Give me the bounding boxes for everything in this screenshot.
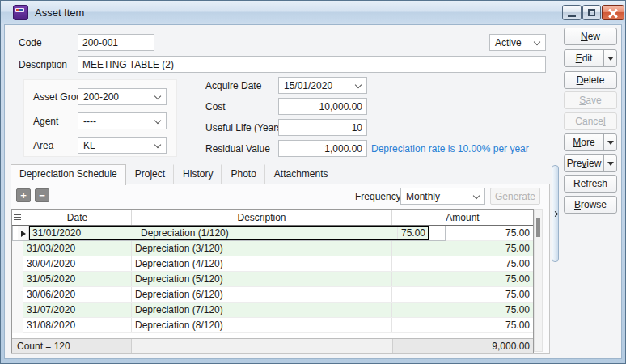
code-input[interactable]: 200-001: [78, 34, 154, 51]
table-rows: 31/01/2020 Depreciation (1/120) 75.00 29…: [12, 226, 533, 338]
cell-amount[interactable]: 75.00: [392, 241, 533, 256]
cell-amount[interactable]: 75.00: [392, 272, 533, 286]
current-row-arrow-icon: [21, 231, 26, 237]
description-label: Description: [19, 59, 67, 70]
useful-life-label: Useful Life (Years): [205, 122, 285, 133]
acquire-date-label: Acquire Date: [205, 80, 261, 91]
chevron-right-icon: [552, 211, 558, 217]
column-header-amount[interactable]: Amount: [392, 210, 533, 225]
cell-date[interactable]: 31/03/2020: [23, 241, 132, 256]
asset-item-window: Asset Item Code 200-001 Active Descripti…: [0, 0, 626, 364]
residual-value-input[interactable]: 1,000.00: [278, 140, 367, 157]
agent-select[interactable]: ----: [78, 112, 167, 129]
table-row[interactable]: 30/06/2020 Depreciation (6/120) 75.00: [12, 287, 533, 303]
cell-description[interactable]: Depreciation (5/120): [132, 272, 392, 286]
table-row[interactable]: 31/08/2020 Depreciation (8/120) 75.00: [12, 318, 533, 333]
useful-life-input[interactable]: 10: [278, 119, 367, 136]
more-dropdown-button[interactable]: [603, 134, 616, 150]
table-header-row: Date Description Amount: [12, 210, 533, 226]
column-header-description[interactable]: Description: [132, 210, 392, 225]
acquire-date-select[interactable]: 15/01/2020: [278, 77, 367, 94]
chevron-down-icon: [154, 93, 161, 99]
column-header-date[interactable]: Date: [23, 210, 132, 225]
grid-options-icon[interactable]: [12, 210, 23, 225]
cell-date[interactable]: 31/07/2020: [23, 303, 132, 317]
close-button[interactable]: [602, 5, 624, 20]
area-label: Area: [33, 140, 53, 151]
cell-date[interactable]: 31/05/2020: [23, 272, 132, 286]
save-button[interactable]: Save: [564, 91, 617, 109]
asset-group-select[interactable]: 200-200: [78, 88, 167, 105]
more-button[interactable]: More: [564, 133, 617, 151]
delete-button[interactable]: Delete: [564, 71, 617, 89]
maximize-button[interactable]: [582, 5, 601, 20]
dialog-body: Code 200-001 Active Description MEETING …: [4, 24, 622, 359]
chevron-down-icon: [473, 193, 480, 199]
tab-strip: Depreciation Schedule Project History Ph…: [11, 166, 337, 184]
cell-amount[interactable]: 75.00: [392, 256, 533, 271]
dropdown-arrow-icon: [607, 141, 614, 145]
cell-description[interactable]: Depreciation (3/120): [132, 241, 392, 256]
cell-date[interactable]: 30/06/2020: [23, 287, 132, 302]
cost-label: Cost: [205, 101, 226, 112]
cell-amount[interactable]: 75.00: [392, 303, 533, 317]
table-row[interactable]: 31/05/2020 Depreciation (5/120) 75.00: [12, 272, 533, 287]
cell-amount[interactable]: 75.00: [392, 318, 533, 332]
remove-row-button[interactable]: −: [35, 188, 49, 202]
cell-description[interactable]: Depreciation (8/120): [132, 318, 392, 332]
edit-button[interactable]: Edit: [564, 49, 617, 67]
window-title: Asset Item: [35, 6, 84, 19]
panel-expander[interactable]: [552, 165, 559, 262]
area-select[interactable]: KL: [78, 137, 167, 154]
new-button[interactable]: New: [564, 28, 617, 45]
description-input[interactable]: MEETING TABLE (2): [78, 56, 546, 73]
depreciation-schedule-panel: + − Frequency Monthly Generate Date Desc…: [11, 184, 550, 354]
cell-amount[interactable]: 75.00: [398, 226, 429, 239]
minimize-icon: [568, 15, 576, 17]
preview-dropdown-button[interactable]: [603, 155, 616, 171]
cost-input[interactable]: 10,000.00: [278, 98, 367, 115]
frequency-label: Frequency: [355, 191, 401, 202]
cell-description[interactable]: Depreciation (4/120): [132, 256, 392, 271]
cancel-button[interactable]: Cancel: [564, 112, 617, 130]
code-label: Code: [19, 37, 42, 49]
cell-description[interactable]: Depreciation (6/120): [132, 287, 392, 302]
browse-button[interactable]: Browse: [564, 196, 617, 214]
tab-project[interactable]: Project: [126, 164, 174, 184]
tab-history[interactable]: History: [174, 164, 222, 184]
cell-description[interactable]: Depreciation (7/120): [132, 303, 392, 317]
table-scrollbar[interactable]: [534, 209, 543, 352]
chevron-down-icon: [154, 117, 161, 124]
close-icon: [608, 8, 618, 18]
agent-label: Agent: [33, 116, 58, 127]
app-icon: [13, 5, 28, 20]
refresh-button[interactable]: Refresh: [564, 175, 617, 193]
chevron-down-icon: [534, 39, 540, 45]
generate-button[interactable]: Generate: [490, 188, 540, 205]
cell-date[interactable]: 30/04/2020: [23, 256, 132, 271]
table-row[interactable]: 31/03/2020 Depreciation (3/120) 75.00: [12, 241, 533, 256]
preview-button[interactable]: Preview: [564, 154, 617, 172]
depreciation-rate-note: Depreciation rate is 10.00% per year: [371, 143, 529, 154]
add-row-button[interactable]: +: [16, 188, 31, 202]
cell-date[interactable]: 31/01/2020: [29, 226, 137, 239]
edit-dropdown-button[interactable]: [603, 50, 616, 66]
chevron-down-icon: [355, 82, 362, 88]
table-row[interactable]: 30/04/2020 Depreciation (4/120) 75.00: [12, 256, 533, 272]
table-row[interactable]: 31/01/2020 Depreciation (1/120) 75.00: [12, 226, 446, 241]
tab-attachments[interactable]: Attachments: [265, 164, 337, 184]
scrollbar-thumb[interactable]: [536, 218, 540, 237]
status-select[interactable]: Active: [489, 34, 546, 51]
dropdown-arrow-icon: [607, 162, 614, 166]
amount-total: 9,000.00: [392, 339, 533, 353]
cell-amount[interactable]: 75.00: [392, 287, 533, 302]
frequency-select[interactable]: Monthly: [400, 188, 485, 205]
cell-description[interactable]: Depreciation (1/120): [137, 226, 398, 239]
cell-date[interactable]: 31/08/2020: [23, 318, 132, 332]
row-count: Count = 120: [12, 339, 132, 353]
minimize-button[interactable]: [562, 5, 582, 20]
tab-depreciation-schedule[interactable]: Depreciation Schedule: [11, 164, 126, 185]
maximize-icon: [588, 9, 595, 16]
tab-photo[interactable]: Photo: [222, 164, 264, 184]
table-row[interactable]: 31/07/2020 Depreciation (7/120) 75.00: [12, 303, 533, 318]
